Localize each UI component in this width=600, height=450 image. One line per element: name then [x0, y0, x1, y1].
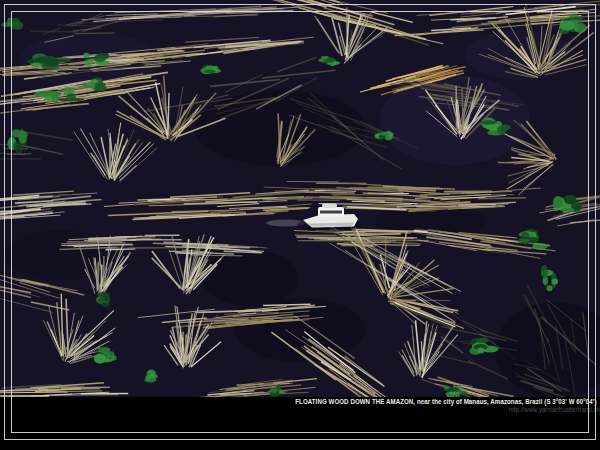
- amazon-log-rafts-photo: [0, 0, 600, 397]
- caption-title-text: FLOATING WOOD DOWN THE AMAZON, near the …: [296, 398, 597, 406]
- photo-credit-url: http://www.yannarthusbertrand.org: [296, 406, 600, 413]
- photo-caption: FLOATING WOOD DOWN THE AMAZON, near the …: [296, 398, 597, 413]
